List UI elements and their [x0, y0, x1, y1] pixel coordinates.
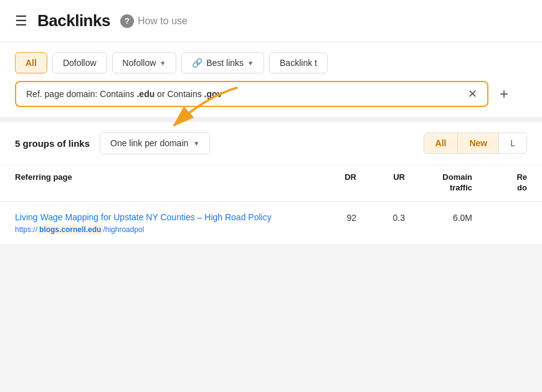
- col-domain-traffic: Domaintraffic: [410, 172, 472, 194]
- dr-value: 92: [313, 212, 356, 223]
- link-icon: 🔗: [192, 58, 202, 68]
- url-suffix: /highroadpol: [103, 225, 144, 234]
- domain-traffic-value: 6.0M: [410, 212, 472, 223]
- groups-dropdown-button[interactable]: One link per domain ▼: [100, 132, 210, 154]
- nofollow-label: Nofollow: [123, 58, 156, 68]
- page-url: https://blogs.cornell.edu/highroadpol: [15, 225, 308, 235]
- nofollow-dropdown-arrow: ▼: [159, 60, 166, 67]
- active-filter-text: Ref. page domain: Contains .edu or Conta…: [26, 89, 460, 99]
- active-filter-row: Ref. page domain: Contains .edu or Conta…: [0, 73, 542, 117]
- how-to-use-label: How to use: [138, 16, 188, 27]
- best-links-dropdown-arrow: ▼: [247, 60, 254, 67]
- add-filter-button[interactable]: +: [495, 82, 513, 106]
- how-to-use-button[interactable]: ? How to use: [120, 14, 188, 28]
- menu-icon[interactable]: ☰: [15, 14, 27, 28]
- page-title-link[interactable]: Living Wage Mapping for Upstate NY Count…: [15, 212, 308, 224]
- col-dr: DR: [313, 172, 356, 194]
- table-row: Living Wage Mapping for Upstate NY Count…: [0, 202, 542, 246]
- tab-new[interactable]: New: [458, 133, 499, 153]
- col-referring-page: Referring page: [15, 172, 308, 194]
- col-ur: UR: [361, 172, 405, 194]
- active-filter-pill: Ref. page domain: Contains .edu or Conta…: [15, 81, 488, 107]
- result-tabs: All New L: [424, 133, 527, 154]
- groups-dropdown-label: One link per domain: [110, 138, 188, 148]
- filter-dofollow-button[interactable]: Dofollow: [52, 52, 107, 73]
- section-divider: [0, 117, 542, 122]
- help-icon: ?: [120, 14, 134, 28]
- filter-best-links-button[interactable]: 🔗 Best links ▼: [181, 52, 264, 73]
- re-do-value: [477, 212, 527, 213]
- ur-value: 0.3: [361, 212, 405, 223]
- url-domain: blogs.cornell.edu: [37, 225, 103, 235]
- best-links-label: Best links: [206, 58, 244, 68]
- tab-lost[interactable]: L: [499, 133, 526, 153]
- url-prefix: https://: [15, 225, 37, 234]
- groups-bar: 5 groups of links One link per domain ▼ …: [0, 122, 542, 165]
- header: ☰ Backlinks ? How to use: [0, 0, 542, 42]
- filter-all-button[interactable]: All: [15, 52, 47, 73]
- groups-label: 5 groups of links: [15, 138, 90, 149]
- table-header: Referring page DR UR Domaintraffic Redo: [0, 165, 542, 202]
- clear-filter-icon[interactable]: ✕: [468, 88, 477, 100]
- filter-backlink-type-button[interactable]: Backlink t: [269, 52, 328, 73]
- tab-all[interactable]: All: [424, 133, 459, 153]
- groups-dropdown-arrow: ▼: [193, 140, 199, 147]
- col-re-do: Redo: [477, 172, 527, 194]
- referring-page-cell: Living Wage Mapping for Upstate NY Count…: [15, 212, 308, 235]
- filter-nofollow-button[interactable]: Nofollow ▼: [112, 52, 177, 73]
- page-title: Backlinks: [37, 11, 110, 30]
- filter-bar: All Dofollow Nofollow ▼ 🔗 Best links ▼ B…: [0, 42, 542, 73]
